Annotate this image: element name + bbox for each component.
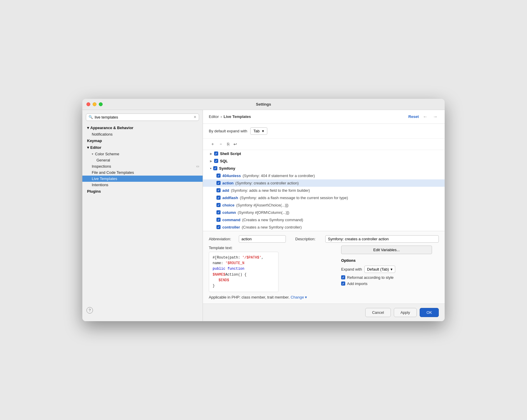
- template-item-command[interactable]: command (Creates a new Symfony command): [203, 216, 445, 224]
- abbreviation-label: Abbreviation:: [209, 237, 235, 241]
- sidebar-item-label: Editor: [90, 145, 101, 150]
- add-button[interactable]: ＋: [209, 140, 216, 148]
- template-name: add: [222, 188, 229, 193]
- template-checkbox[interactable]: [216, 203, 221, 207]
- sidebar-item-label: File and Code Templates: [92, 170, 134, 175]
- breadcrumb-separator: ›: [221, 114, 222, 119]
- applicable-row: Applicable in PHP: class member, trait m…: [209, 295, 439, 299]
- apply-button[interactable]: Apply: [394, 308, 417, 317]
- reformat-checkbox[interactable]: [341, 275, 345, 279]
- sidebar-item-keymap[interactable]: Keymap: [82, 137, 203, 144]
- template-name: command: [222, 218, 240, 222]
- template-checkbox[interactable]: [216, 181, 221, 185]
- group-symfony[interactable]: ▾ Symfony: [203, 165, 445, 172]
- template-item-column[interactable]: column (Symfony #[ORM\Column(...)]): [203, 209, 445, 216]
- expand-with-label: Expand with: [341, 267, 362, 271]
- close-button[interactable]: [86, 102, 90, 106]
- add-imports-checkbox[interactable]: [341, 281, 345, 286]
- titlebar: Settings: [82, 99, 445, 110]
- undo-button[interactable]: ↩: [232, 141, 239, 148]
- search-box[interactable]: 🔍 ✕: [86, 114, 199, 121]
- right-panel: Editor › Live Templates Reset ← → By def…: [203, 110, 445, 321]
- edit-variables-button[interactable]: Edit Variables...: [341, 246, 432, 254]
- expand-select[interactable]: Tab ▾: [250, 127, 267, 135]
- template-checkbox[interactable]: [216, 218, 221, 222]
- help-button[interactable]: ?: [86, 307, 93, 314]
- template-item-addflash[interactable]: addflash (Symfony: adds a flash message …: [203, 194, 445, 201]
- group-name: Symfony: [219, 166, 235, 171]
- inspections-badge: ▭: [196, 164, 199, 168]
- sidebar-item-general[interactable]: General: [82, 157, 203, 163]
- breadcrumb-current: Live Templates: [224, 114, 251, 119]
- template-checkbox[interactable]: [216, 210, 221, 214]
- template-name: action: [222, 181, 234, 185]
- bottom-bar: Cancel Apply OK: [203, 304, 445, 321]
- sidebar-item-label: Color Scheme: [95, 152, 119, 156]
- sidebar-item-label: General: [96, 158, 110, 162]
- sidebar-item-notifications[interactable]: Notifications: [82, 131, 203, 137]
- maximize-button[interactable]: [99, 102, 103, 106]
- template-checkbox[interactable]: [216, 196, 221, 200]
- template-item-choice[interactable]: choice (Symfony #[Assert\Choice(...)]): [203, 201, 445, 209]
- panel-actions: Reset ← →: [408, 114, 439, 120]
- expand-with-value: Default (Tab): [367, 267, 389, 271]
- template-checkbox[interactable]: [216, 174, 221, 178]
- ok-button[interactable]: OK: [420, 308, 439, 317]
- abbreviation-input[interactable]: [239, 235, 286, 243]
- group-shell-script[interactable]: ▶ Shell Script: [203, 150, 445, 157]
- change-label: Change: [291, 295, 304, 299]
- sidebar-item-appearance-behavior[interactable]: ▾ Appearance & Behavior: [82, 124, 203, 131]
- template-text-label: Template text:: [209, 246, 335, 250]
- template-checkbox[interactable]: [216, 188, 221, 192]
- group-checkbox-shell-script[interactable]: [214, 151, 218, 156]
- template-checkbox[interactable]: [216, 225, 221, 229]
- sidebar-item-live-templates[interactable]: Live Templates: [82, 176, 203, 182]
- expand-with-select[interactable]: Default (Tab) ▾: [364, 266, 395, 273]
- reset-button[interactable]: Reset: [408, 114, 419, 119]
- back-button[interactable]: ←: [422, 114, 429, 120]
- group-sql[interactable]: ▶ SQL: [203, 157, 445, 165]
- expand-value: Tab: [254, 129, 260, 133]
- add-imports-label: Add imports: [347, 281, 367, 286]
- change-link[interactable]: Change ▾: [291, 295, 307, 299]
- group-name: Shell Script: [220, 151, 241, 156]
- group-checkbox-sql[interactable]: [214, 159, 218, 163]
- toolbar-row: ＋ － ⎘ ↩: [203, 139, 445, 150]
- sidebar-bottom: ?: [82, 306, 203, 318]
- description-input[interactable]: [325, 235, 439, 243]
- template-text-section: Template text: #[Route(path: '/$PATH$', …: [209, 246, 335, 292]
- sidebar-tree: ▾ Appearance & Behavior Notifications Ke…: [82, 124, 203, 306]
- group-checkbox-symfony[interactable]: [213, 166, 217, 170]
- clear-search-icon[interactable]: ✕: [194, 115, 196, 119]
- template-desc: (Symfony: adds a flash message to the cu…: [240, 196, 348, 200]
- templates-list: ▶ Shell Script ▶ SQL ▾ Symfony: [203, 150, 445, 231]
- template-item-action[interactable]: action (Symfony: creates a controller ac…: [203, 179, 445, 187]
- sidebar-item-plugins[interactable]: Plugins: [82, 188, 203, 195]
- template-desc: (Creates a new Symfony command): [242, 218, 303, 222]
- template-item-404unless[interactable]: 404unless (Symfony: 404 if statement for…: [203, 172, 445, 179]
- sidebar-item-color-scheme[interactable]: ▾ Color Scheme: [82, 151, 203, 157]
- main-content: 🔍 ✕ ▾ Appearance & Behavior Notification…: [82, 110, 445, 321]
- remove-button[interactable]: －: [217, 140, 225, 148]
- expand-with-row: By default expand with Tab ▾: [203, 124, 445, 139]
- copy-button[interactable]: ⎘: [225, 141, 231, 148]
- cancel-button[interactable]: Cancel: [365, 308, 391, 317]
- chevron-down-icon: ▾: [92, 152, 93, 156]
- template-code: #[Route(path: '/$PATH$', name: '$ROUTE_N…: [209, 252, 278, 292]
- template-desc: (Symfony: 404 if statement for a control…: [243, 174, 315, 178]
- reformat-label: Reformat according to style: [347, 275, 393, 280]
- minimize-button[interactable]: [93, 102, 96, 106]
- forward-button[interactable]: →: [432, 114, 439, 120]
- template-desc: (Symfony: adds a new field to the form b…: [231, 188, 310, 193]
- search-input[interactable]: [95, 115, 192, 119]
- template-content-row: Template text: #[Route(path: '/$PATH$', …: [209, 246, 439, 292]
- sidebar-item-editor[interactable]: ▾ Editor: [82, 144, 203, 151]
- options-title: Options: [341, 258, 432, 263]
- sidebar-item-intentions[interactable]: Intentions: [82, 182, 203, 188]
- sidebar-item-inspections[interactable]: Inspections ▭: [82, 163, 203, 169]
- settings-window: Settings 🔍 ✕ ▾ Appearance & Behavior Not…: [82, 99, 445, 321]
- sidebar-item-file-code-templates[interactable]: File and Code Templates: [82, 169, 203, 176]
- panel-header: Editor › Live Templates Reset ← →: [203, 110, 445, 124]
- template-item-add[interactable]: add (Symfony: adds a new field to the fo…: [203, 187, 445, 194]
- template-item-controller[interactable]: controller (Creates a new Symfony contro…: [203, 224, 445, 231]
